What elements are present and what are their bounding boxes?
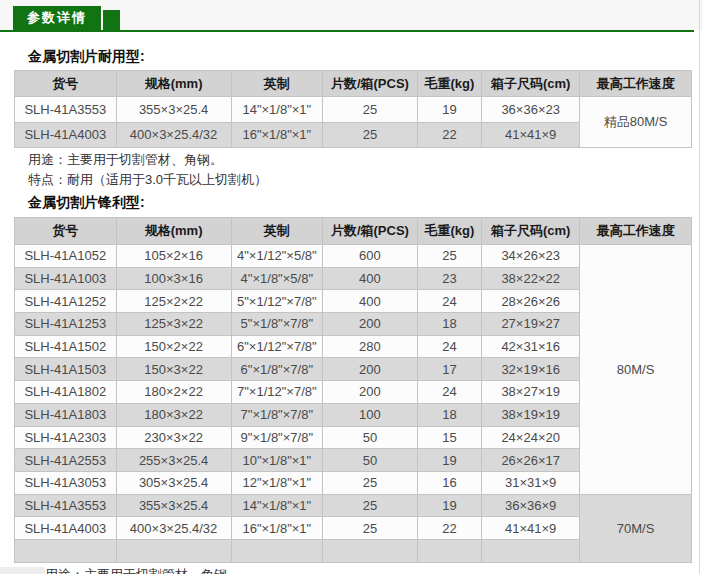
cell: 18 — [417, 403, 481, 426]
cell: 7"×1/12"×7/8" — [231, 381, 322, 404]
cell: 19 — [417, 97, 481, 123]
cell: 4"×1/12"×5/8" — [231, 245, 322, 268]
cell: 38×19×19 — [482, 403, 580, 426]
cell — [482, 539, 580, 562]
right-edge-divider — [699, 0, 700, 574]
cell: 18 — [417, 313, 481, 336]
cell: 4"×1/8"×5/8" — [231, 267, 322, 290]
cell: 600 — [323, 245, 418, 268]
cell — [15, 539, 117, 562]
column-header: 毛重(kg) — [417, 218, 481, 245]
cell: 23 — [417, 267, 481, 290]
feature-note: 特点：耐用（适用于3.0千瓦以上切割机） — [28, 170, 267, 190]
tab-parameter-details[interactable]: 参数详情 — [13, 6, 101, 30]
tab-end-cap — [103, 10, 120, 30]
cell: 15 — [417, 426, 481, 449]
cell: 400×3×25.4/32 — [116, 517, 231, 540]
cell: 41×41×9 — [482, 517, 580, 540]
cell: 25 — [323, 471, 418, 494]
cell: 6"×1/8"×7/8" — [231, 358, 322, 381]
cell: 150×2×22 — [116, 335, 231, 358]
cell — [116, 539, 231, 562]
sharp-type-table: 货号规格(mm)英制片数/箱(PCS)毛重(kg)箱子尺码(cm)最高工作速度S… — [14, 217, 692, 563]
cell: 180×2×22 — [116, 381, 231, 404]
cell: 25 — [323, 494, 418, 517]
cell: 230×3×22 — [116, 426, 231, 449]
cell: 25 — [323, 122, 418, 148]
cell: 9"×1/8"×7/8" — [231, 426, 322, 449]
section-title-durable: 金属切割片耐用型: — [28, 48, 145, 66]
cell: 255×3×25.4 — [116, 449, 231, 472]
cell: 22 — [417, 517, 481, 540]
table-row: SLH-41A3553355×3×25.414"×1/8"×1"251936×3… — [15, 97, 692, 123]
cell: 125×3×22 — [116, 313, 231, 336]
usage-note: 用途：主要用于切割管材、角钢。 — [28, 150, 267, 170]
cell: SLH-41A3553 — [15, 97, 117, 123]
column-header: 片数/箱(PCS) — [323, 218, 418, 245]
tab-underline — [0, 30, 694, 32]
cell: 25 — [417, 245, 481, 268]
column-header: 货号 — [15, 218, 117, 245]
clipped-footer-note: 用途：主要用于切割管材、角钢。 — [45, 566, 240, 574]
cell — [323, 539, 418, 562]
section-title-sharp: 金属切割片锋利型: — [28, 194, 145, 212]
table-row: SLH-41A3553355×3×25.414"×1/8"×1"251936×3… — [15, 494, 692, 517]
cell: SLH-41A3053 — [15, 471, 117, 494]
product-parameters-page: 参数详情 金属切割片耐用型: 货号规格(mm)英制片数/箱(PCS)毛重(kg)… — [0, 0, 703, 574]
table-row: SLH-41A1052105×2×164"×1/12"×5/8"6002534×… — [15, 245, 692, 268]
cell: 5"×1/8"×7/8" — [231, 313, 322, 336]
cell: 42×31×16 — [482, 335, 580, 358]
column-header: 规格(mm) — [116, 71, 231, 97]
cell: SLH-41A1253 — [15, 313, 117, 336]
cell: 14"×1/8"×1" — [231, 97, 322, 123]
cell: 27×19×27 — [482, 313, 580, 336]
cell: SLH-41A1052 — [15, 245, 117, 268]
cell: 6"×1/12"×7/8" — [231, 335, 322, 358]
cell: 280 — [323, 335, 418, 358]
cell: 16"×1/8"×1" — [231, 517, 322, 540]
cell: 12"×1/8"×1" — [231, 471, 322, 494]
cell: SLH-41A1803 — [15, 403, 117, 426]
column-header: 最高工作速度 — [580, 218, 692, 245]
cell: SLH-41A3553 — [15, 494, 117, 517]
column-header: 规格(mm) — [116, 218, 231, 245]
column-header: 货号 — [15, 71, 117, 97]
cell: 16"×1/8"×1" — [231, 122, 322, 148]
cell: 25 — [323, 97, 418, 123]
cell: 200 — [323, 381, 418, 404]
cell: SLH-41A4003 — [15, 517, 117, 540]
cell: 200 — [323, 313, 418, 336]
cell: 5"×1/12"×7/8" — [231, 290, 322, 313]
column-header: 毛重(kg) — [417, 71, 481, 97]
cell — [417, 539, 481, 562]
cell: SLH-41A2303 — [15, 426, 117, 449]
column-header: 英制 — [231, 71, 322, 97]
cell: 50 — [323, 426, 418, 449]
cell: 36×36×23 — [482, 97, 580, 123]
cell: SLH-41A1502 — [15, 335, 117, 358]
cell: 400 — [323, 290, 418, 313]
durable-type-table: 货号规格(mm)英制片数/箱(PCS)毛重(kg)箱子尺码(cm)最高工作速度S… — [14, 70, 692, 148]
cell: 28×26×26 — [482, 290, 580, 313]
cell: 36×36×9 — [482, 494, 580, 517]
cell: 31×31×9 — [482, 471, 580, 494]
cell: SLH-41A1503 — [15, 358, 117, 381]
cell: 105×2×16 — [116, 245, 231, 268]
cell: 100×3×16 — [116, 267, 231, 290]
cell: 7"×1/8"×7/8" — [231, 403, 322, 426]
cell: 24 — [417, 290, 481, 313]
cell: 19 — [417, 494, 481, 517]
cell: 355×3×25.4 — [116, 97, 231, 123]
cell: 24 — [417, 335, 481, 358]
max-speed-cell: 70M/S — [580, 494, 692, 562]
cell: 50 — [323, 449, 418, 472]
cell: 400×3×25.4/32 — [116, 122, 231, 148]
cell: 180×3×22 — [116, 403, 231, 426]
cell: 32×19×16 — [482, 358, 580, 381]
durable-notes: 用途：主要用于切割管材、角钢。 特点：耐用（适用于3.0千瓦以上切割机） — [28, 150, 267, 190]
cell: 19 — [417, 449, 481, 472]
cell: 24×24×20 — [482, 426, 580, 449]
cell — [231, 539, 322, 562]
column-header: 最高工作速度 — [580, 71, 692, 97]
column-header: 英制 — [231, 218, 322, 245]
